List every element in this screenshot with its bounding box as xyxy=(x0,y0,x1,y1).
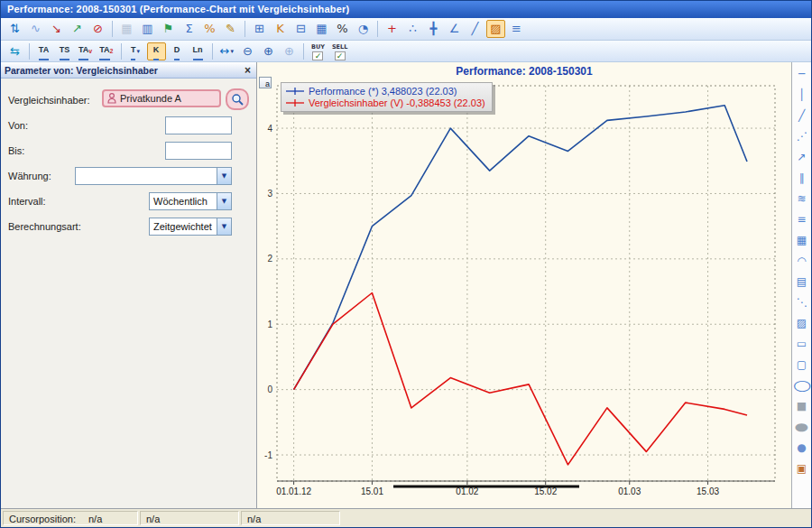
zoom-out-icon[interactable]: ⊖ xyxy=(238,42,257,60)
chart-curve-icon[interactable]: ∿ xyxy=(26,20,45,38)
arrow-tool[interactable]: ↗ xyxy=(793,149,810,166)
k-button[interactable]: K xyxy=(147,42,166,60)
horizontal-line-tool[interactable]: ─ xyxy=(793,66,810,83)
svg-text:1: 1 xyxy=(267,320,272,329)
svg-text:15.02: 15.02 xyxy=(534,486,557,496)
vertical-line-tool[interactable]: │ xyxy=(793,87,810,104)
von-label: Von: xyxy=(8,120,28,131)
scatter-icon[interactable]: ∴ xyxy=(403,20,422,38)
buy-checkbox[interactable]: BUY✓ xyxy=(309,42,328,60)
waehrung-select[interactable]: ▼ xyxy=(75,167,232,185)
svg-text:01.03: 01.03 xyxy=(618,486,641,496)
clock-icon[interactable]: ◔ xyxy=(354,20,373,38)
toolbar-separator xyxy=(29,43,30,60)
k-chart-icon[interactable]: K xyxy=(271,20,290,38)
wave-lines-tool[interactable]: ≋ xyxy=(793,190,810,208)
zoom-in-icon[interactable]: ⊕ xyxy=(259,42,278,60)
ts-button[interactable]: TS xyxy=(55,42,74,60)
width-icon[interactable]: ↔▾ xyxy=(217,42,236,60)
status-bar: Cursorposition:n/a n/a n/a xyxy=(1,508,811,527)
toolbar-separator xyxy=(121,43,122,60)
table-icon[interactable]: ▦ xyxy=(312,20,331,38)
settings-icon[interactable]: ≡ xyxy=(507,20,526,38)
cancel-icon[interactable]: ⊘ xyxy=(88,20,107,38)
legend-entry: Vergleichsinhaber (V) -0,388453 (22.03) xyxy=(285,97,485,108)
field-row-intervall: Intervall: Wöchentlich ▼ xyxy=(1,192,256,212)
svg-text:01.02: 01.02 xyxy=(456,486,478,496)
vergleichsinhaber-label: Vergleichsinhaber: xyxy=(8,95,90,106)
panel-close-button[interactable]: × xyxy=(243,64,253,77)
chart-down-icon[interactable]: ↘ xyxy=(47,20,66,38)
chart-title: Performance: 2008-150301 xyxy=(257,65,791,78)
pencil-icon[interactable]: ✎ xyxy=(221,20,240,38)
chart-canvas[interactable]: -10123401.01.1215.0101.0215.0201.0315.03 xyxy=(257,77,791,507)
diagonal-icon[interactable]: ╱ xyxy=(466,20,484,38)
d-button[interactable]: D xyxy=(168,42,187,60)
ln-button[interactable]: Ln xyxy=(189,42,208,60)
bis-label: Bis: xyxy=(8,145,24,156)
toolbar-separator xyxy=(377,21,378,37)
intervall-value: Wöchentlich xyxy=(150,196,217,207)
grid-dim-icon[interactable]: ▦ xyxy=(117,20,136,38)
sell-checkbox[interactable]: SELL✓ xyxy=(329,42,350,60)
svg-text:01.01.12: 01.01.12 xyxy=(276,486,311,496)
cube-3d-tool[interactable]: ▣ xyxy=(793,460,810,477)
sync-icon[interactable]: ⇆ xyxy=(5,42,24,60)
tav-button[interactable]: TAv xyxy=(76,42,95,60)
berechnungsart-select[interactable]: Zeitgewichtet ▼ xyxy=(149,218,232,236)
ta2-button[interactable]: TA2 xyxy=(97,42,115,60)
parameter-panel-header: Parameter von: Vergleichsinhaber × xyxy=(1,62,256,79)
dotted-cross-tool[interactable]: ⋱ xyxy=(793,294,810,311)
svg-text:3: 3 xyxy=(267,189,272,199)
svg-text:15.01: 15.01 xyxy=(361,486,383,496)
percent-chart-icon[interactable]: % xyxy=(200,20,219,38)
field-row-berechnungsart: Berechnungsart: Zeitgewichtet ▼ xyxy=(1,218,256,237)
hatch-tool[interactable]: ▤ xyxy=(793,273,810,291)
refresh-icon[interactable]: ⇅ xyxy=(5,20,24,38)
filled-ellipse-tool[interactable]: ● xyxy=(793,419,810,436)
field-row-waehrung: Währung: ▼ xyxy=(1,167,256,187)
intervall-select[interactable]: Wöchentlich ▼ xyxy=(149,192,232,210)
toolbar-separator xyxy=(112,21,113,37)
diagonal-line-tool[interactable]: ╱ xyxy=(793,107,810,125)
slope-icon[interactable]: ∠ xyxy=(445,20,464,38)
crosshair-icon[interactable]: + xyxy=(383,20,401,38)
svg-text:2: 2 xyxy=(267,254,272,264)
field-row-von: Von: xyxy=(1,116,256,136)
rectangle-tool[interactable]: ▭ xyxy=(793,336,810,353)
crosshatch-tool[interactable]: ▨ xyxy=(793,315,810,332)
cursorposition-label: Cursorposition: xyxy=(9,514,76,524)
bis-input[interactable] xyxy=(165,142,232,160)
arc-tool[interactable]: ◠ xyxy=(793,253,810,270)
status-cell-2: n/a xyxy=(140,511,239,525)
title-bar: Performance: 2008-150301 (Performance-Ch… xyxy=(1,1,811,18)
filled-rect-tool[interactable]: ■ xyxy=(793,398,810,415)
rounded-rect-tool[interactable]: ▢ xyxy=(793,357,810,374)
ta-button[interactable]: TA xyxy=(34,42,53,60)
channel-tool[interactable]: ≡ xyxy=(793,211,810,228)
app-window: Performance: 2008-150301 (Performance-Ch… xyxy=(0,0,812,528)
von-input[interactable] xyxy=(165,116,232,134)
sigma-icon[interactable]: Σ xyxy=(180,20,198,38)
percent-icon[interactable]: % xyxy=(333,20,352,38)
move-icon[interactable]: ╋ xyxy=(424,20,443,38)
t-split-button[interactable]: T▾ xyxy=(126,42,145,60)
person-icon xyxy=(107,93,116,104)
status-cell-3: n/a xyxy=(241,511,340,525)
chart-up-icon[interactable]: ↗ xyxy=(68,20,87,38)
grid-tool[interactable]: ▦ xyxy=(793,232,810,249)
histogram-icon[interactable]: ▥ xyxy=(138,20,157,38)
sphere-tool[interactable]: ● xyxy=(793,440,810,457)
selected-chart-icon[interactable]: ▨ xyxy=(486,20,505,38)
svg-text:0: 0 xyxy=(267,384,272,394)
zoom-reset-icon[interactable]: ⊕ xyxy=(280,42,299,60)
table-add-icon[interactable]: ⊞ xyxy=(250,20,269,38)
copy-icon[interactable]: ⊟ xyxy=(291,20,310,38)
ellipse-tool[interactable]: ◯ xyxy=(793,377,810,394)
parallel-lines-tool[interactable]: ∥ xyxy=(793,170,810,187)
dotted-diagonal-tool[interactable]: ⋰ xyxy=(793,128,810,145)
parameter-panel: Parameter von: Vergleichsinhaber × Vergl… xyxy=(1,62,257,508)
search-button[interactable] xyxy=(226,88,249,110)
flag-chart-icon[interactable]: ⚑ xyxy=(159,20,178,38)
vergleichsinhaber-field[interactable]: Privatkunde A xyxy=(102,89,221,107)
